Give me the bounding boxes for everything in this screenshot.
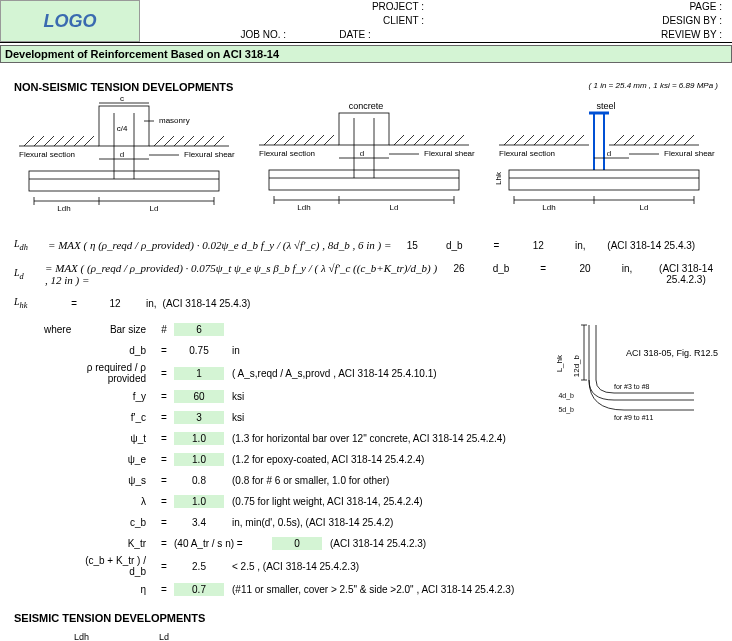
svg-text:for #9 to #11: for #9 to #11 — [614, 414, 653, 421]
svg-line-36 — [264, 135, 274, 145]
svg-text:Flexural section: Flexural section — [259, 149, 315, 158]
svg-line-1 — [34, 136, 44, 146]
svg-line-42 — [324, 135, 334, 145]
svg-text:d: d — [120, 150, 124, 159]
diagram-steel: steel d Flexural shear Flexural section … — [494, 101, 718, 218]
svg-line-80 — [664, 135, 674, 145]
param-label: f'_c — [84, 412, 154, 423]
svg-line-13 — [214, 136, 224, 146]
param-input: 3.4 — [174, 517, 224, 528]
param-row: c_b=3.4in, min(d', 0.5s), (ACI 318-14 25… — [44, 513, 718, 531]
param-input: 0.8 — [174, 475, 224, 486]
param-row: ψ_s=0.8(0.8 for # 6 or smaller, 1.0 for … — [44, 471, 718, 489]
svg-text:for #3 to #8: for #3 to #8 — [614, 383, 650, 390]
param-label: ψ_t — [84, 433, 154, 444]
equation-lhk: Lhk = 12 in, (ACI 318-14 25.4.3) — [14, 296, 718, 310]
diagram-steel-label: steel — [494, 101, 718, 111]
param-input[interactable]: 0.7 — [174, 583, 224, 596]
equation-ld: Ld = MAX ( (ρ_reqd / ρ_provided) · 0.075… — [14, 262, 718, 286]
svg-line-5 — [74, 136, 84, 146]
param-note: (0.8 for # 6 or smaller, 1.0 for other) — [232, 475, 718, 486]
svg-line-47 — [434, 135, 444, 145]
param-note: < 2.5 , (ACI 318-14 25.4.2.3) — [232, 561, 718, 572]
svg-line-48 — [444, 135, 454, 145]
param-note: in, min(d', 0.5s), (ACI 318-14 25.4.2) — [232, 517, 718, 528]
svg-line-74 — [574, 135, 584, 145]
svg-line-8 — [164, 136, 174, 146]
svg-text:Ld: Ld — [640, 203, 649, 212]
svg-line-9 — [174, 136, 184, 146]
svg-line-39 — [294, 135, 304, 145]
svg-text:12d_b: 12d_b — [572, 354, 581, 377]
param-input[interactable]: 1.0 — [174, 453, 224, 466]
svg-line-49 — [454, 135, 464, 145]
param-label: η — [84, 584, 154, 595]
param-label: ψ_s — [84, 475, 154, 486]
svg-line-82 — [684, 135, 694, 145]
svg-rect-17 — [29, 171, 219, 191]
svg-line-37 — [274, 135, 284, 145]
diagram-concrete: concrete d Flexural shear Flexural secti… — [254, 101, 478, 218]
svg-line-45 — [414, 135, 424, 145]
header-mid: PROJECT : CLIENT : JOB NO. :DATE : — [140, 0, 452, 42]
diagram-masonry-svg: c masonry c/4 d Flexural shear Flexural … — [14, 101, 234, 216]
param-row: ψ_t=1.0(1.3 for horizontal bar over 12" … — [44, 429, 718, 447]
svg-text:Flexural section: Flexural section — [19, 150, 75, 159]
diagram-concrete-label: concrete — [254, 101, 478, 111]
svg-text:d: d — [360, 149, 364, 158]
param-note: (#11 or smaller, cover > 2.5" & side >2.… — [232, 584, 718, 595]
svg-text:Ldh: Ldh — [57, 204, 70, 213]
param-input[interactable]: 1.0 — [174, 432, 224, 445]
section-heading-seismic: SEISMIC TENSION DEVELOPMENTS — [14, 612, 718, 624]
param-input[interactable]: 1.0 — [174, 495, 224, 508]
param-input[interactable]: 0 — [272, 537, 322, 550]
svg-text:Flexural shear: Flexural shear — [664, 149, 715, 158]
svg-text:Ldh: Ldh — [542, 203, 555, 212]
svg-text:Ld: Ld — [390, 203, 399, 212]
svg-line-7 — [154, 136, 164, 146]
where-label: where — [44, 324, 84, 335]
svg-line-11 — [194, 136, 204, 146]
eq2-formula: = MAX ( (ρ_reqd / ρ_provided) · 0.075ψ_t… — [45, 262, 438, 286]
svg-text:masonry: masonry — [159, 116, 190, 125]
param-input[interactable]: 3 — [174, 411, 224, 424]
param-label: K_tr — [84, 538, 154, 549]
svg-text:Lhk: Lhk — [494, 171, 503, 185]
param-row: λ=1.0(0.75 for light weight, ACI 318-14,… — [44, 492, 718, 510]
param-label: ψ_e — [84, 454, 154, 465]
header-block: LOGO PROJECT : CLIENT : JOB NO. :DATE : … — [0, 0, 732, 43]
svg-text:4d_b: 4d_b — [558, 392, 574, 400]
svg-line-69 — [524, 135, 534, 145]
eq1-formula: = MAX ( η (ρ_reqd / ρ_provided) · 0.02ψ_… — [48, 239, 391, 251]
svg-line-67 — [504, 135, 514, 145]
svg-line-4 — [64, 136, 74, 146]
hook-figure: 12d_b L_hk for #3 to #8 for #9 to #11 4d… — [544, 320, 714, 422]
param-label: f_y — [84, 391, 154, 402]
equation-ldh: Ldh = MAX ( η (ρ_reqd / ρ_provided) · 0.… — [14, 238, 718, 252]
param-note: (1.2 for epoxy-coated, ACI 318-14 25.4.2… — [232, 454, 718, 465]
svg-text:Ldh: Ldh — [297, 203, 310, 212]
param-note: (ACI 318-14 25.4.2.3) — [330, 538, 718, 549]
svg-line-46 — [424, 135, 434, 145]
jobno-label: JOB NO. : — [148, 28, 286, 42]
svg-text:5d_b: 5d_b — [558, 406, 574, 414]
hook-figure-ref: ACI 318-05, Fig. R12.5 — [626, 348, 718, 358]
svg-line-2 — [44, 136, 54, 146]
barsize-input[interactable]: 6 — [174, 323, 224, 336]
svg-line-78 — [644, 135, 654, 145]
project-label: PROJECT : — [148, 0, 444, 14]
bottom-dimension-labels: Ldh Ld — [14, 632, 718, 641]
svg-rect-53 — [269, 170, 459, 190]
svg-line-12 — [204, 136, 214, 146]
svg-line-41 — [314, 135, 324, 145]
param-row: η=0.7(#11 or smaller, cover > 2.5" & sid… — [44, 580, 718, 598]
svg-line-77 — [634, 135, 644, 145]
param-input[interactable]: 1 — [174, 367, 224, 380]
svg-line-43 — [394, 135, 404, 145]
param-input[interactable]: 60 — [174, 390, 224, 403]
page-label: PAGE : — [452, 0, 722, 14]
param-label: ρ required / ρ provided — [84, 362, 154, 384]
param-label: λ — [84, 496, 154, 507]
param-label: (c_b + K_tr ) / d_b — [84, 555, 154, 577]
param-input: 0.75 — [174, 345, 224, 356]
